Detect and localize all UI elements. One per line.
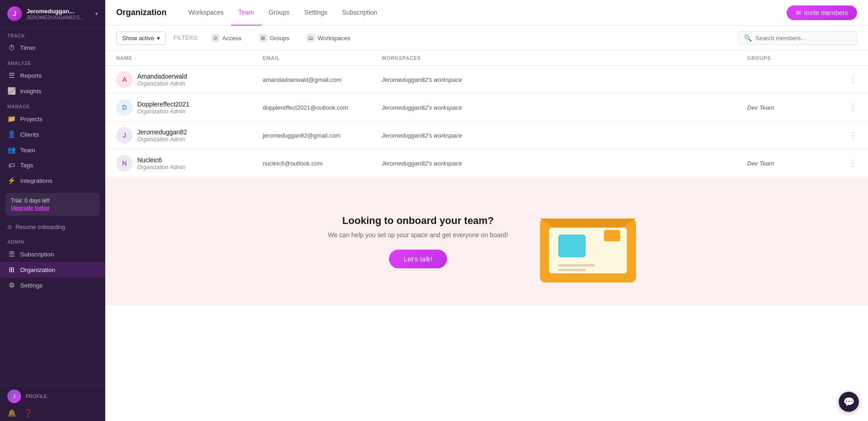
sidebar-item-settings[interactable]: ⚙ Settings [0,277,105,293]
col-actions [839,55,857,61]
avatar: D [116,99,133,116]
chat-bubble-button[interactable]: 💬 [839,392,859,412]
tab-subscription[interactable]: Subscription [335,0,385,26]
sidebar: J Jeromeduggan... JEROMEDUGGAN82'S... ▾ … [0,0,105,421]
member-name: Dopplereffect2021 [137,101,189,108]
groups-cell: Dev Team [747,160,839,167]
search-input[interactable] [755,35,851,42]
help-icon[interactable]: ❓ [24,409,33,417]
member-cell: N Nucleic6 Organization Admin [116,155,263,171]
members-table: NAME ↑ EMAIL WORKSPACES GROUPS A Amandad… [105,51,868,421]
trial-box: Trial: 0 days left Upgrade today [5,193,100,216]
sidebar-item-insights[interactable]: 📈 Insights [0,83,105,99]
onboard-banner: Looking to onboard your team? We can hel… [105,177,868,305]
onboard-text: Looking to onboard your team? We can hel… [328,215,508,268]
trial-text: Trial: 0 days left [11,197,49,204]
sidebar-item-reports[interactable]: ☰ Reports [0,68,105,83]
org-logo: J [7,6,22,21]
member-info: Nucleic6 Organization Admin [137,156,185,171]
col-groups: GROUPS [747,55,839,61]
insights-label: Insights [20,88,42,95]
more-options-button[interactable]: ⋮ [839,102,857,112]
svg-rect-6 [558,269,586,271]
chat-icon: 💬 [843,396,855,407]
table-body: A Amandadoerwald Organization Admin aman… [105,66,868,177]
onboard-subtitle: We can help you set up your space and ge… [328,231,508,239]
member-info: Amandadoerwald Organization Admin [137,73,187,87]
email-cell: nucleic6@outlook.com [263,160,382,167]
tab-workspaces[interactable]: Workspaces [181,0,231,26]
org-name: Jeromeduggan... [27,8,91,15]
search-box: 🔍 [738,31,857,45]
team-label: Team [20,147,35,154]
more-options-button[interactable]: ⋮ [839,158,857,168]
clients-icon: 👤 [7,130,16,139]
filters-label: FILTERS: [173,35,199,41]
projects-icon: 📁 [7,115,16,123]
filter-groups-button[interactable]: ⊞ Groups [254,31,295,45]
sidebar-header[interactable]: J Jeromeduggan... JEROMEDUGGAN82'S... ▾ [0,0,105,28]
table-row: D Dopplereffect2021 Organization Admin d… [105,94,868,122]
tab-groups[interactable]: Groups [261,0,297,26]
main-content: Organization Workspaces Team Groups Sett… [105,0,868,421]
search-icon: 🔍 [744,34,752,42]
tags-label: Tags [20,162,33,169]
tab-team[interactable]: Team [231,0,261,26]
table-row: A Amandadoerwald Organization Admin aman… [105,66,868,94]
projects-label: Projects [20,116,43,123]
organization-label: Organization [20,266,55,273]
sidebar-item-tags[interactable]: 🏷 Tags [0,158,105,173]
member-name: Jeromeduggan82 [137,128,187,136]
avatar: J [116,127,133,144]
member-cell: D Dopplereffect2021 Organization Admin [116,99,263,116]
sidebar-item-subscription[interactable]: ☰ Subscription [0,246,105,262]
sidebar-item-projects[interactable]: 📁 Projects [0,111,105,127]
col-workspaces: WORKSPACES [382,55,747,61]
analyze-section-label: ANALYZE [0,55,105,68]
tab-settings[interactable]: Settings [297,0,335,26]
filter-access-button[interactable]: ⊙ Access [206,31,247,45]
col-name: NAME ↑ [116,55,263,61]
show-active-button[interactable]: Show active ▾ [116,32,166,45]
profile-label: PROFILE [26,394,47,399]
sidebar-item-timer[interactable]: ⏱ Timer [0,40,105,55]
member-name: Nucleic6 [137,156,185,164]
org-info: Jeromeduggan... JEROMEDUGGAN82'S... [27,8,91,20]
member-cell: A Amandadoerwald Organization Admin [116,71,263,88]
onboard-illustration [535,196,645,287]
member-role: Organization Admin [137,136,187,143]
avatar: J [7,389,21,403]
workspaces-filter-label: Workspaces [318,35,350,42]
lets-talk-button[interactable]: Let's talk! [389,250,447,268]
groups-cell: Dev Team [747,104,839,111]
reports-label: Reports [20,72,42,79]
sidebar-item-integrations[interactable]: ⚡ Integrations [0,173,105,188]
filter-workspaces-button[interactable]: 🗂 Workspaces [302,31,355,45]
more-options-button[interactable]: ⋮ [839,75,857,85]
member-cell: J Jeromeduggan82 Organization Admin [116,127,263,144]
workspace-cell: Jeromeduggan82's workspace [382,76,747,83]
more-options-button[interactable]: ⋮ [839,130,857,140]
integrations-icon: ⚡ [7,176,16,185]
sidebar-item-clients[interactable]: 👤 Clients [0,127,105,142]
sidebar-item-team[interactable]: 👥 Team [0,142,105,158]
track-section-label: TRACK [0,28,105,40]
admin-section-label: ADMIN [0,234,105,246]
resume-icon: ⊙ [7,224,12,230]
avatar: A [116,71,133,88]
workspace-cell: Jeromeduggan82's workspace [382,132,747,139]
show-active-label: Show active [122,35,154,42]
notification-icon[interactable]: 🔔 [7,409,16,417]
resume-onboarding-item[interactable]: ⊙ Resume onboarding [0,220,105,234]
email-cell: jeromeduggan82@gmail.com [263,132,382,139]
table-header: NAME ↑ EMAIL WORKSPACES GROUPS [105,51,868,66]
upgrade-link[interactable]: Upgrade today [11,205,94,211]
subscription-label: Subscription [20,251,54,258]
invite-members-button[interactable]: ✉ Invite members [787,5,857,20]
sidebar-item-organization[interactable]: ⊞ Organization [0,262,105,277]
subscription-icon: ☰ [7,250,16,258]
svg-rect-3 [558,234,586,257]
table-row: N Nucleic6 Organization Admin nucleic6@o… [105,149,868,177]
chevron-down-icon: ▾ [95,11,98,17]
org-sub: JEROMEDUGGAN82'S... [27,15,91,20]
